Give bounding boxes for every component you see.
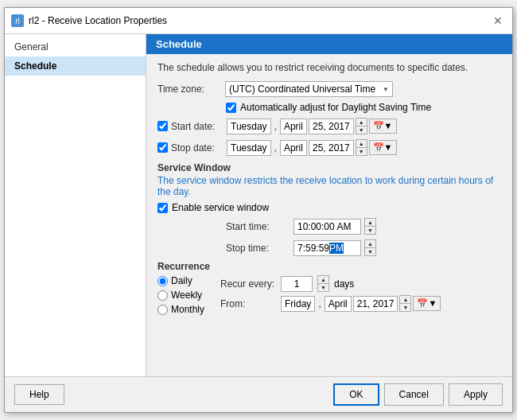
sidebar-item-general[interactable]: General (5, 37, 146, 56)
from-day: Friday (281, 296, 315, 312)
start-date-spin[interactable]: ▲ ▼ (356, 118, 367, 134)
start-time-label: Start time: (226, 221, 293, 232)
content-area: General Schedule Schedule The schedule a… (5, 34, 512, 376)
sidebar: General Schedule (5, 34, 146, 376)
radio-weekly-input[interactable] (157, 290, 168, 301)
title-bar: rl rl2 - Receive Location Properties ✕ (5, 8, 512, 34)
cancel-button[interactable]: Cancel (384, 383, 444, 406)
service-window-title: Service Window (157, 162, 501, 173)
stop-time-label: Stop time: (226, 243, 293, 254)
close-button[interactable]: ✕ (490, 13, 506, 29)
radio-weekly-label: Weekly (171, 290, 202, 301)
window-title: rl2 - Receive Location Properties (29, 15, 167, 26)
footer-left: Help (14, 384, 64, 405)
radio-weekly: Weekly (157, 290, 204, 301)
stop-date-checkbox[interactable] (157, 142, 168, 153)
service-window-desc: The service window restricts the receive… (157, 175, 501, 197)
from-label: From: (220, 298, 276, 309)
radio-daily-input[interactable] (157, 276, 168, 286)
timezone-select-wrapper: (UTC) Coordinated Universal Time (225, 81, 393, 97)
from-month: April (325, 296, 352, 312)
daylight-label: Automatically adjust for Daylight Saving… (240, 102, 431, 113)
start-date-num: 25, 2017 (309, 119, 354, 134)
stop-date-day: Tuesday (227, 140, 271, 156)
enable-service-window-label: Enable service window (172, 202, 269, 213)
start-date-month: April (280, 119, 307, 134)
timezone-row: Time zone: (UTC) Coordinated Universal T… (157, 81, 501, 97)
start-date-label: Start date: (171, 121, 227, 132)
from-date-fields: Friday , April 21, 2017 ▲ ▼ 📅▼ (281, 295, 441, 312)
main-window: rl rl2 - Receive Location Properties ✕ G… (4, 7, 513, 413)
radio-monthly-label: Monthly (171, 304, 204, 315)
panel-description: The schedule allows you to restrict rece… (157, 62, 501, 73)
window-icon: rl (11, 14, 24, 27)
ok-button[interactable]: OK (333, 383, 379, 406)
start-date-calendar-button[interactable]: 📅▼ (369, 119, 397, 134)
enable-service-window-checkbox[interactable] (157, 203, 168, 213)
stop-date-label: Stop date: (171, 142, 227, 154)
timezone-select[interactable]: (UTC) Coordinated Universal Time (225, 81, 393, 97)
recur-every-spin[interactable]: ▲ ▼ (317, 275, 329, 292)
from-row: From: Friday , April 21, 2017 ▲ ▼ (220, 295, 501, 312)
enable-service-window-row: Enable service window (157, 202, 501, 213)
stop-time-spin[interactable]: ▲ ▼ (364, 239, 376, 256)
daylight-checkbox[interactable] (226, 103, 236, 113)
stop-date-month: April (280, 140, 307, 156)
from-num: 21, 2017 (353, 296, 398, 312)
stop-time-pre: 7:59:59 (297, 243, 329, 254)
radio-monthly-input[interactable] (157, 305, 168, 315)
stop-time-controls: 7:59:59 PM ▲ ▼ (293, 239, 376, 256)
start-date-row: Start date: Tuesday , April 25, 2017 ▲ ▼… (157, 118, 501, 134)
recur-every-unit: days (334, 278, 354, 290)
recurrence-body: Daily Weekly Monthly (157, 275, 501, 315)
stop-date-calendar-button[interactable]: 📅▼ (369, 140, 397, 155)
stop-date-fields: Tuesday , April 25, 2017 ▲ ▼ 📅▼ (227, 139, 397, 156)
radio-options: Daily Weekly Monthly (157, 275, 204, 315)
stop-time-row: Stop time: 7:59:59 PM ▲ ▼ (226, 239, 501, 256)
recurrence-section: Recurrence Daily Weekly (157, 261, 501, 315)
radio-daily-label: Daily (171, 275, 192, 286)
radio-monthly: Monthly (157, 304, 204, 315)
recur-every-input[interactable] (281, 276, 313, 292)
footer: Help OK Cancel Apply (5, 376, 512, 412)
start-time-spin[interactable]: ▲ ▼ (364, 218, 376, 235)
recur-details: Recur every: ▲ ▼ days From: (220, 275, 501, 315)
timezone-label: Time zone: (157, 84, 225, 95)
from-spin[interactable]: ▲ ▼ (399, 295, 411, 312)
start-time-row: Start time: 10:00:00 AM ▲ ▼ (226, 218, 501, 235)
panel-header: Schedule (146, 34, 512, 54)
panel-body: The schedule allows you to restrict rece… (146, 54, 512, 376)
sidebar-item-schedule[interactable]: Schedule (5, 56, 146, 76)
help-button[interactable]: Help (14, 384, 64, 405)
recurrence-title: Recurrence (157, 261, 501, 272)
radio-daily: Daily (157, 275, 204, 286)
recur-every-label: Recur every: (220, 278, 276, 290)
from-calendar-button[interactable]: 📅▼ (413, 296, 441, 311)
recur-every-row: Recur every: ▲ ▼ days (220, 275, 501, 292)
stop-date-num: 25, 2017 (309, 140, 354, 156)
title-bar-left: rl rl2 - Receive Location Properties (11, 14, 167, 27)
apply-button[interactable]: Apply (449, 383, 503, 406)
daylight-row: Automatically adjust for Daylight Saving… (226, 102, 501, 113)
footer-right: OK Cancel Apply (333, 383, 503, 406)
start-date-fields: Tuesday , April 25, 2017 ▲ ▼ 📅▼ (227, 118, 397, 134)
stop-date-spin[interactable]: ▲ ▼ (356, 139, 367, 156)
start-date-day: Tuesday (227, 119, 271, 134)
stop-time-value[interactable]: 7:59:59 PM (293, 240, 361, 256)
start-time-value[interactable]: 10:00:00 AM (293, 219, 361, 235)
start-date-checkbox[interactable] (157, 121, 168, 131)
main-panel: Schedule The schedule allows you to rest… (146, 34, 512, 376)
stop-time-pm: PM (329, 243, 344, 254)
stop-date-row: Stop date: Tuesday , April 25, 2017 ▲ ▼ … (157, 139, 501, 156)
start-time-controls: 10:00:00 AM ▲ ▼ (293, 218, 376, 235)
